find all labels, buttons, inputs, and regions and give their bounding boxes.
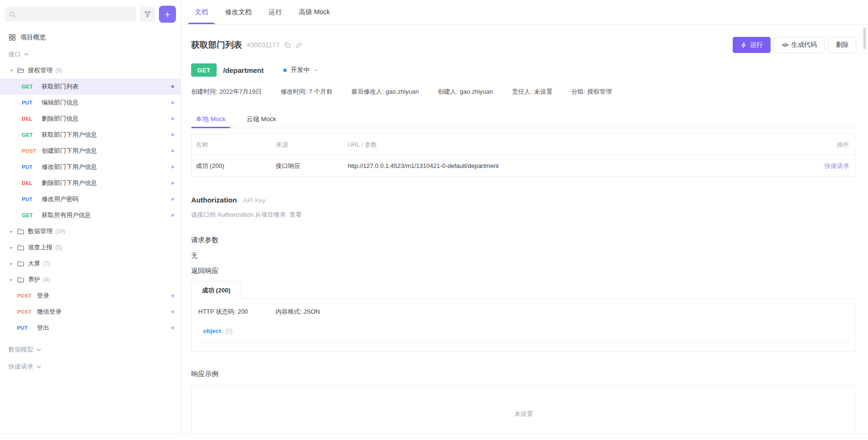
sidebar-api-item[interactable]: PUT 登出	[0, 320, 181, 336]
sidebar-api-item[interactable]: GET 获取部门列表	[0, 79, 181, 95]
request-params-empty: 无	[191, 252, 856, 260]
authorization-title: Authorization	[191, 196, 237, 204]
main-panel: 文档 修改文档 运行 高级 Mock 获取部门列表 #30031177 运行	[181, 0, 868, 433]
table-row: 成功 (200) 接口响应 http://127.0.0.1:4523/m1/1…	[192, 155, 856, 176]
tab-edit-doc[interactable]: 修改文档	[219, 0, 258, 24]
response-title: 返回响应	[191, 266, 856, 275]
sidebar-api-item[interactable]: GET 获取部门下用户信息	[0, 127, 181, 143]
title-row: 获取部门列表 #30031177 运行 </> 生成代码	[191, 37, 856, 53]
view-link[interactable]: 查看	[289, 211, 302, 218]
doc-tabbar: 文档 修改文档 运行 高级 Mock	[181, 0, 868, 25]
mock-url: http://127.0.0.1:4523/m1/1310421-0-defau…	[348, 162, 804, 169]
run-button[interactable]: 运行	[733, 37, 771, 53]
meta-owner: 责任人:未设置	[512, 88, 552, 96]
sidebar-folder-item[interactable]: ▸ 养护 (4)	[0, 272, 181, 288]
delete-button[interactable]: 删除	[828, 37, 856, 53]
copy-icon[interactable]	[284, 42, 291, 49]
response-example-empty: 未设置	[515, 410, 533, 418]
header-actions: 运行 </> 生成代码 删除	[733, 37, 856, 53]
schema-row[interactable]: object {0}	[198, 327, 849, 343]
response-tab-success[interactable]: 成功 (200)	[191, 281, 241, 299]
response-box: HTTP 状态码: 200 内容格式: JSON object {0}	[191, 299, 856, 352]
sidebar-section-data-models[interactable]: 数据模型	[5, 343, 176, 357]
generate-code-button[interactable]: </> 生成代码	[774, 37, 824, 53]
add-button[interactable]: +	[159, 6, 176, 23]
sidebar-api-item[interactable]: POST 微信登录	[0, 304, 181, 320]
tab-doc[interactable]: 文档	[188, 0, 215, 24]
status-dot	[171, 85, 174, 88]
code-icon: </>	[782, 42, 788, 48]
quick-request-link[interactable]: 快捷请求	[824, 162, 849, 169]
lightning-icon	[740, 42, 747, 49]
http-status: HTTP 状态码: 200	[198, 308, 248, 316]
link-icon[interactable]	[295, 42, 302, 49]
caret-right-icon: ▸	[10, 277, 17, 282]
tab-run[interactable]: 运行	[262, 0, 289, 24]
mock-tabbar: 本地 Mock 云端 Mock	[191, 111, 856, 128]
status-dot	[171, 182, 174, 185]
sidebar-api-item[interactable]: POST 创建部门下用户信息	[0, 143, 181, 159]
mock-name: 成功 (200)	[192, 162, 276, 170]
status-dot	[171, 117, 174, 120]
folder-icon	[17, 260, 25, 267]
status-dot-icon	[283, 69, 287, 72]
response-example-title: 响应示例	[191, 370, 856, 378]
sidebar-api-item[interactable]: GET 获取所有用户信息	[0, 207, 181, 223]
sidebar-item-project-overview[interactable]: 项目概览	[5, 30, 176, 44]
schema-count: {0}	[225, 327, 233, 334]
meta-created-time: 创建时间:2022年7月19日	[191, 88, 262, 96]
tab-cloud-mock[interactable]: 云端 Mock	[242, 111, 281, 128]
status-dot	[171, 150, 174, 152]
sidebar-api-item[interactable]: PUT 修改用户密码	[0, 191, 181, 207]
search-icon	[9, 11, 16, 18]
status-selector[interactable]: 开发中	[283, 66, 319, 74]
sidebar-api-item[interactable]: DEL 删除部门下用户信息	[0, 175, 181, 191]
tab-local-mock[interactable]: 本地 Mock	[191, 111, 230, 128]
sidebar-folder-item[interactable]: ▸ 大屏 (7)	[0, 255, 181, 272]
doc-content: 获取部门列表 #30031177 运行 </> 生成代码	[181, 25, 868, 433]
search-box[interactable]	[5, 7, 136, 22]
tab-advanced-mock[interactable]: 高级 Mock	[292, 0, 336, 24]
schema-type[interactable]: object	[203, 327, 221, 334]
method-row: GET /department 开发中	[191, 63, 856, 77]
status-bar	[0, 433, 868, 440]
meta-group: 分组:授权管理	[571, 88, 612, 96]
mock-source: 接口响应	[276, 162, 348, 170]
sidebar-folder-item[interactable]: ▾ 授权管理 (9)	[0, 62, 181, 79]
filter-button[interactable]	[140, 7, 155, 22]
folder-open-icon	[17, 67, 25, 74]
status-dot	[171, 198, 174, 201]
sidebar-api-item[interactable]: PUT 编辑部门信息	[0, 95, 181, 111]
sidebar: + 项目概览 接口 ▾ 授权管理 (9) GET 获取部门列表 PUT	[0, 0, 181, 433]
mock-table: 名称 来源 URL / 参数 操作 成功 (200) 接口响应 http://1…	[191, 134, 856, 177]
api-path: /department	[223, 66, 264, 74]
scrollbar-thumb[interactable]	[863, 27, 866, 49]
sidebar-section-quick-requests[interactable]: 快捷请求	[5, 360, 176, 374]
status-dot	[171, 133, 174, 136]
status-dot	[171, 294, 174, 297]
status-dot	[171, 310, 174, 313]
status-dot	[171, 326, 174, 329]
chevron-down-icon	[36, 365, 41, 369]
status-dot	[171, 214, 174, 217]
caret-right-icon: ▸	[10, 229, 17, 234]
sidebar-section-api[interactable]: 接口	[5, 48, 176, 61]
folder-icon	[17, 228, 25, 235]
page-title: 获取部门列表	[191, 39, 242, 51]
meta-creator: 创建人:gao.zhiyuan	[438, 88, 493, 96]
search-input[interactable]	[19, 11, 132, 18]
content-format: 内容格式: JSON	[275, 308, 320, 316]
chevron-up-icon	[24, 53, 29, 56]
app-window: + 项目概览 接口 ▾ 授权管理 (9) GET 获取部门列表 PUT	[0, 0, 868, 440]
response-example-box: 未设置	[191, 385, 856, 433]
request-params-title: 请求参数	[191, 236, 856, 245]
authorization-section: Authorization API Key 该接口的 Authorization…	[191, 196, 856, 219]
sidebar-folder-item[interactable]: ▸ 巡查上报 (5)	[0, 239, 181, 255]
folder-icon	[17, 276, 25, 283]
sidebar-api-item[interactable]: DEL 删除部门信息	[0, 111, 181, 127]
sidebar-folder-item[interactable]: ▸ 数据管理 (39)	[0, 223, 181, 239]
filter-icon	[144, 10, 151, 18]
sidebar-api-item[interactable]: PUT 修改部门下用户信息	[0, 159, 181, 175]
caret-right-icon: ▸	[10, 261, 17, 266]
sidebar-api-item[interactable]: POST 登录	[0, 288, 181, 304]
